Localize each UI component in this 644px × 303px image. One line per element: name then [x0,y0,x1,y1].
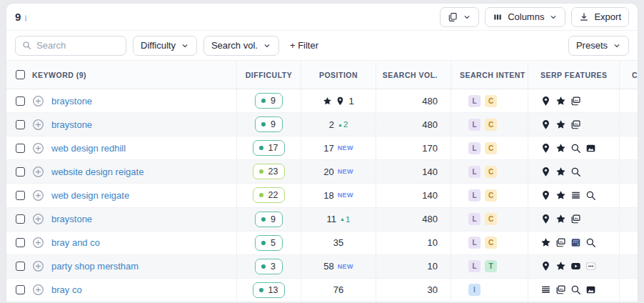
map-pin-icon [540,143,551,154]
map-pin-icon [540,96,551,106]
row-checkbox[interactable] [16,214,25,224]
keyword-link[interactable]: braystone [51,214,92,224]
serp-features-cell [528,136,619,159]
plus-circle-icon[interactable] [32,189,44,202]
difficulty-filter-label: Difficulty [141,40,176,51]
row-checkbox[interactable] [16,144,25,153]
more-icon [585,261,596,272]
keyword-link[interactable]: web design reigate [51,190,129,201]
serp-features-cell [528,232,619,254]
intent-badge-l: L [468,260,481,272]
table-row: braystone 9 2 ▲2 480 LC [6,113,638,136]
search-volume-value: 10 [376,232,451,254]
intent-badge-l: L [468,189,481,202]
keyword-link[interactable]: party shop merstham [51,261,139,272]
up-arrow-icon: ▲ [340,217,345,222]
search-volume-value: 480 [376,89,451,112]
plus-circle-icon[interactable] [32,213,44,225]
serp-features-cell [528,255,619,278]
chevron-down-icon [613,41,621,50]
position-cell: 76 [301,279,376,302]
images-icon [570,214,581,224]
keywords-panel: 9 i Columns Export Difficulty [6,3,638,302]
chevron-down-icon [263,41,271,50]
star-icon [555,96,566,106]
search-vol-filter-button[interactable]: Search vol. [203,36,279,56]
position-value: 11 [327,214,337,224]
search-input[interactable] [36,40,119,51]
position-value: 35 [333,237,343,248]
row-checkbox[interactable] [16,238,25,247]
columns-button-label: Columns [508,11,544,22]
keyword-link[interactable]: bray co [51,284,82,295]
table-row: braystone 9 1 480 LC [6,89,638,113]
table-row: braystone 9 11 ▲1 480 LC [6,208,638,232]
plus-circle-icon[interactable] [32,119,44,131]
search-input-wrap[interactable] [15,36,126,56]
keyword-link[interactable]: web design redhill [51,143,126,154]
comp-cell [619,136,638,159]
plus-circle-icon[interactable] [32,166,44,178]
keyword-link[interactable]: website design reigate [51,167,144,177]
plus-circle-icon[interactable] [32,260,44,272]
column-header-serp-features[interactable]: SERP FEATURES [540,71,608,79]
table-row: website design reigate 23 20 NEW 140 LC [6,160,638,184]
intent-badge-i: I [468,284,481,296]
difficulty-dot [261,99,266,103]
columns-button[interactable]: Columns [485,7,565,27]
map-pin-icon [540,167,551,177]
column-header-keyword[interactable]: KEYWORD (9) [32,71,86,79]
star-icon [555,214,566,224]
column-header-comp[interactable]: COMP [632,71,638,79]
comp-cell [619,255,638,278]
row-checkbox[interactable] [16,120,25,129]
plus-circle-icon[interactable] [32,237,44,249]
search-volume-value: 480 [376,113,451,136]
search-icon [570,167,581,177]
position-value: 2 [329,119,334,130]
row-checkbox[interactable] [16,167,25,177]
copy-button[interactable] [440,7,479,27]
difficulty-dot [259,146,263,150]
intent-badge-c: C [485,237,497,249]
search-icon [22,41,31,50]
images-icon [570,119,581,130]
difficulty-filter-button[interactable]: Difficulty [133,36,197,56]
position-change: ▲2 [338,120,348,129]
keyword-link[interactable]: braystone [51,119,92,130]
position-value: 1 [348,96,353,106]
comp-cell [619,89,638,112]
difficulty-badge: 3 [255,259,283,274]
add-filter-button[interactable]: + Filter [286,36,323,56]
position-cell: 1 [301,89,376,112]
intent-badge-c: C [485,95,497,107]
info-icon[interactable]: i [24,14,27,23]
presets-button[interactable]: Presets [568,36,629,56]
plus-circle-icon[interactable] [32,142,44,154]
export-button[interactable]: Export [571,7,629,27]
column-header-search-vol[interactable]: SEARCH VOL. [383,71,438,79]
image-icon [585,284,596,295]
chevron-down-icon [549,13,558,21]
plus-circle-icon[interactable] [32,95,44,107]
column-header-position[interactable]: POSITION [319,71,358,79]
plus-circle-icon[interactable] [32,284,44,296]
position-cell: 35 [301,232,376,254]
search-intent-cell: LC [451,208,528,231]
column-header-difficulty[interactable]: DIFFICULTY [246,71,292,79]
difficulty-badge: 9 [255,212,283,227]
row-checkbox[interactable] [16,285,25,294]
keyword-link[interactable]: braystone [51,96,92,106]
map-pin-icon [540,261,551,272]
row-checkbox[interactable] [16,191,25,200]
search-intent-cell: LC [451,89,528,112]
serp-features-cell [528,113,619,136]
select-all-checkbox[interactable] [16,70,25,79]
table-header: KEYWORD (9) DIFFICULTY POSITION SEARCH V… [6,61,638,89]
star-icon [555,119,566,130]
row-checkbox[interactable] [16,262,25,271]
search-intent-cell: LC [451,184,528,207]
column-header-search-intent[interactable]: SEARCH INTENT [460,71,525,79]
keyword-link[interactable]: bray and co [51,237,100,248]
row-checkbox[interactable] [16,96,25,106]
